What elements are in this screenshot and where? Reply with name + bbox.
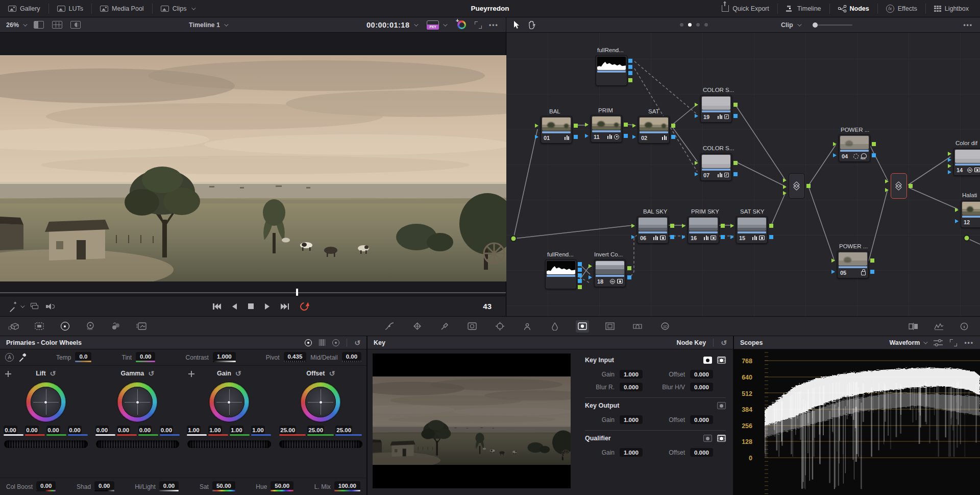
- rgb-output-port[interactable]: [733, 103, 738, 107]
- crosshair-icon[interactable]: [188, 371, 194, 377]
- stop-button[interactable]: [248, 303, 254, 309]
- key-output-port[interactable]: [671, 135, 675, 139]
- scrub-track[interactable]: [0, 292, 506, 293]
- key-output-port[interactable]: [872, 153, 876, 157]
- reset-icon[interactable]: ↺: [50, 370, 56, 377]
- gamma-master-wheel[interactable]: [96, 440, 180, 448]
- scope-mode-select[interactable]: Waveform: [889, 339, 926, 346]
- lift-wheel[interactable]: [26, 382, 66, 422]
- rgb-input-port[interactable]: [631, 224, 635, 228]
- lift-b-field[interactable]: 0.00: [68, 426, 88, 436]
- hdr-wheels-icon[interactable]: HDR: [84, 320, 97, 333]
- lift-r-field[interactable]: 0.00: [25, 426, 45, 436]
- key-input-port[interactable]: [631, 235, 635, 239]
- rgb-input-port[interactable]: [783, 191, 787, 195]
- qualifier-toggle[interactable]: [703, 435, 712, 442]
- node-prim[interactable]: 11: [591, 115, 622, 143]
- rgb-input-port[interactable]: [783, 185, 787, 189]
- gain-g-field[interactable]: 1.00: [230, 426, 250, 436]
- sat-field[interactable]: Sat 50.00: [200, 482, 235, 491]
- node-power-05[interactable]: 05: [837, 251, 869, 278]
- rgb-output-port[interactable]: [733, 161, 738, 165]
- key-input-port[interactable]: [695, 172, 698, 176]
- loop-button[interactable]: [299, 300, 310, 312]
- rgb-mixer-icon[interactable]: [109, 320, 122, 333]
- gamma-r-field[interactable]: 0.00: [117, 426, 137, 436]
- slider-knob[interactable]: [813, 22, 818, 28]
- ellipsis-icon[interactable]: •••: [964, 339, 974, 346]
- node-layer-mixer[interactable]: [789, 173, 805, 199]
- grid-view-button[interactable]: [52, 17, 62, 32]
- node-bal-sky[interactable]: 06: [637, 216, 669, 244]
- tint-field[interactable]: 0.00: [136, 352, 155, 362]
- last-frame-button[interactable]: [281, 303, 289, 310]
- rgb-output-port[interactable]: [628, 59, 632, 63]
- mid-detail-field[interactable]: 0.00: [342, 352, 361, 362]
- rgb-input-port[interactable]: [783, 178, 787, 182]
- key-input-port[interactable]: [948, 158, 951, 162]
- tracker-icon[interactable]: [493, 320, 506, 333]
- node-graph-pages[interactable]: [680, 17, 708, 32]
- gain-wheel[interactable]: [209, 382, 249, 422]
- color-warper-icon[interactable]: [410, 320, 424, 333]
- gamma-wheel[interactable]: [117, 382, 157, 422]
- pivot-field[interactable]: 0.435: [284, 352, 307, 362]
- lmix-field[interactable]: L. Mix 100.00: [314, 482, 360, 491]
- key-preview-image[interactable]: [373, 353, 571, 488]
- key-output-port[interactable]: [574, 135, 578, 139]
- qualifier-gain-field[interactable]: Gain 1.000: [585, 448, 655, 457]
- timecode-display[interactable]: 00:00:01:18: [366, 17, 417, 32]
- key-input-port[interactable]: [589, 275, 592, 279]
- rgb-input-port[interactable]: [955, 208, 959, 212]
- power-window-icon[interactable]: [465, 320, 479, 333]
- key-output-port[interactable]: [624, 134, 628, 138]
- node-sat-sky[interactable]: 15: [736, 216, 768, 244]
- select-tool-button[interactable]: [513, 17, 520, 32]
- page-dot[interactable]: [696, 23, 700, 27]
- offset-wheel[interactable]: [301, 382, 340, 422]
- key-output-port[interactable]: [627, 275, 631, 279]
- gamma-y-field[interactable]: 0.00: [95, 426, 115, 436]
- play-button[interactable]: [265, 303, 270, 310]
- key-palette-icon[interactable]: [576, 320, 589, 333]
- node-sat[interactable]: 02: [638, 116, 670, 144]
- key-output-toggle[interactable]: [717, 402, 726, 409]
- node-color-dif[interactable]: 14fx: [953, 148, 980, 176]
- effects-button[interactable]: fx Effects: [878, 0, 925, 17]
- wipe-view-button[interactable]: [70, 17, 81, 32]
- rgb-input-port[interactable]: [833, 142, 837, 146]
- key-output-port[interactable]: [870, 270, 874, 274]
- key-input-offset-field[interactable]: Offset 0.000: [655, 370, 726, 379]
- enhance-button[interactable]: [457, 17, 466, 32]
- rgb-input-port[interactable]: [831, 258, 835, 263]
- proxy-toggle[interactable]: PXY: [427, 17, 446, 32]
- key-input-port[interactable]: [831, 270, 835, 274]
- page-dot-active[interactable]: [688, 23, 692, 27]
- key-output-port[interactable]: [628, 78, 632, 82]
- reset-icon[interactable]: ↺: [148, 370, 154, 377]
- rgb-output-port[interactable]: [806, 184, 811, 188]
- timeline-select[interactable]: Timeline 1: [189, 17, 227, 32]
- lift-y-field[interactable]: 0.00: [4, 426, 23, 436]
- node-fullrend-top[interactable]: [596, 55, 627, 86]
- gain-y-field[interactable]: 1.00: [187, 426, 207, 436]
- clip-mode-select[interactable]: Clip: [781, 17, 800, 32]
- node-invert[interactable]: 18fx: [594, 260, 626, 287]
- log-mode-icon[interactable]: [332, 339, 339, 346]
- lightbox-button[interactable]: Lightbox: [926, 0, 977, 17]
- contrast-field[interactable]: 1.000: [213, 352, 236, 362]
- quick-export-button[interactable]: Quick Export: [714, 0, 777, 17]
- onscreen-controls-button[interactable]: [8, 302, 23, 311]
- rgb-input-port[interactable]: [948, 152, 951, 156]
- playhead[interactable]: [296, 289, 298, 296]
- reset-icon[interactable]: ↺: [721, 339, 727, 346]
- gain-r-field[interactable]: 1.00: [208, 426, 228, 436]
- rgb-output-port[interactable]: [627, 266, 631, 270]
- slider-track[interactable]: [813, 25, 852, 26]
- rgb-output-port[interactable]: [670, 224, 674, 228]
- rgb-output-port[interactable]: [671, 124, 675, 128]
- effects-settings-icon[interactable]: 3D: [658, 320, 672, 333]
- offset-master-wheel[interactable]: [279, 440, 363, 448]
- scopes-icon[interactable]: [932, 320, 945, 333]
- hilight-field[interactable]: Hi/Light 0.00: [135, 482, 179, 491]
